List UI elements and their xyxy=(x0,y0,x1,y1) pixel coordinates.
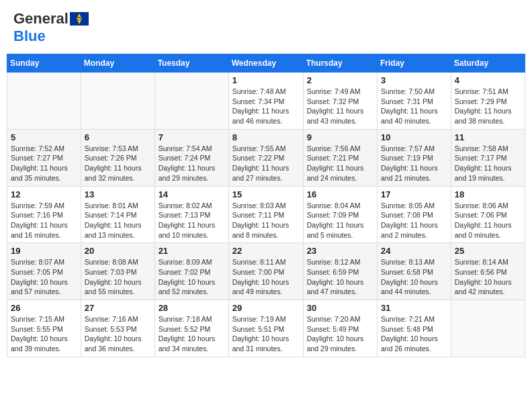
day-number: 3 xyxy=(381,75,447,85)
calendar-cell: 10Sunrise: 7:57 AM Sunset: 7:19 PM Dayli… xyxy=(378,129,451,186)
logo-general-text: General xyxy=(13,10,69,28)
day-number: 5 xyxy=(11,132,77,142)
day-info: Sunrise: 7:57 AM Sunset: 7:19 PM Dayligh… xyxy=(381,144,447,183)
day-info: Sunrise: 7:59 AM Sunset: 7:16 PM Dayligh… xyxy=(11,201,77,240)
calendar-cell: 11Sunrise: 7:58 AM Sunset: 7:17 PM Dayli… xyxy=(451,129,525,186)
calendar-cell: 13Sunrise: 8:01 AM Sunset: 7:14 PM Dayli… xyxy=(81,186,154,243)
calendar-week-row: 19Sunrise: 8:07 AM Sunset: 7:05 PM Dayli… xyxy=(7,243,525,300)
calendar-week-row: 26Sunrise: 7:15 AM Sunset: 5:55 PM Dayli… xyxy=(7,300,525,357)
calendar-week-row: 12Sunrise: 7:59 AM Sunset: 7:16 PM Dayli… xyxy=(7,186,525,243)
calendar-cell: 7Sunrise: 7:54 AM Sunset: 7:24 PM Daylig… xyxy=(154,129,228,186)
calendar-cell: 3Sunrise: 7:50 AM Sunset: 7:31 PM Daylig… xyxy=(378,73,451,130)
day-info: Sunrise: 7:21 AM Sunset: 5:48 PM Dayligh… xyxy=(381,314,447,354)
calendar-cell: 25Sunrise: 8:14 AM Sunset: 6:56 PM Dayli… xyxy=(451,243,525,300)
calendar-cell: 8Sunrise: 7:55 AM Sunset: 7:22 PM Daylig… xyxy=(228,129,303,186)
calendar-cell: 18Sunrise: 8:06 AM Sunset: 7:06 PM Dayli… xyxy=(451,186,525,243)
day-number: 17 xyxy=(381,189,447,199)
day-number: 29 xyxy=(232,303,300,313)
day-info: Sunrise: 8:06 AM Sunset: 7:06 PM Dayligh… xyxy=(455,201,521,240)
day-number: 24 xyxy=(381,246,447,256)
day-number: 4 xyxy=(455,75,521,85)
logo: General Blue xyxy=(13,10,89,45)
day-info: Sunrise: 7:20 AM Sunset: 5:49 PM Dayligh… xyxy=(307,314,373,354)
weekday-header: Friday xyxy=(378,54,451,73)
day-number: 26 xyxy=(11,303,77,313)
page-header: General Blue xyxy=(7,7,525,48)
day-info: Sunrise: 8:02 AM Sunset: 7:13 PM Dayligh… xyxy=(159,201,225,240)
day-number: 19 xyxy=(11,246,77,256)
day-info: Sunrise: 7:48 AM Sunset: 7:34 PM Dayligh… xyxy=(232,87,300,126)
calendar-header-row: SundayMondayTuesdayWednesdayThursdayFrid… xyxy=(7,54,525,73)
day-number: 21 xyxy=(159,246,225,256)
day-number: 28 xyxy=(159,303,225,313)
day-number: 1 xyxy=(232,75,300,85)
day-number: 30 xyxy=(307,303,373,313)
day-info: Sunrise: 8:04 AM Sunset: 7:09 PM Dayligh… xyxy=(307,201,373,240)
day-info: Sunrise: 8:13 AM Sunset: 6:58 PM Dayligh… xyxy=(381,257,447,297)
calendar-cell: 20Sunrise: 8:08 AM Sunset: 7:03 PM Dayli… xyxy=(81,243,154,300)
calendar-cell: 1Sunrise: 7:48 AM Sunset: 7:34 PM Daylig… xyxy=(228,73,303,130)
day-number: 9 xyxy=(307,132,373,142)
day-info: Sunrise: 7:56 AM Sunset: 7:21 PM Dayligh… xyxy=(307,144,373,183)
day-info: Sunrise: 8:14 AM Sunset: 6:56 PM Dayligh… xyxy=(455,257,521,297)
calendar-cell xyxy=(451,300,525,357)
weekday-header: Monday xyxy=(81,54,154,73)
day-number: 10 xyxy=(381,132,447,142)
calendar-cell: 15Sunrise: 8:03 AM Sunset: 7:11 PM Dayli… xyxy=(228,186,303,243)
calendar-cell: 29Sunrise: 7:19 AM Sunset: 5:51 PM Dayli… xyxy=(228,300,303,357)
weekday-header: Wednesday xyxy=(228,54,303,73)
weekday-header: Sunday xyxy=(7,54,81,73)
calendar-cell: 12Sunrise: 7:59 AM Sunset: 7:16 PM Dayli… xyxy=(7,186,81,243)
calendar-cell xyxy=(81,73,154,130)
day-info: Sunrise: 7:16 AM Sunset: 5:53 PM Dayligh… xyxy=(85,314,151,354)
calendar-cell xyxy=(154,73,228,130)
calendar-cell: 6Sunrise: 7:53 AM Sunset: 7:26 PM Daylig… xyxy=(81,129,154,186)
day-number: 12 xyxy=(11,189,77,199)
weekday-header: Saturday xyxy=(451,54,525,73)
day-number: 11 xyxy=(455,132,521,142)
calendar-cell xyxy=(7,73,81,130)
calendar-cell: 5Sunrise: 7:52 AM Sunset: 7:27 PM Daylig… xyxy=(7,129,81,186)
day-info: Sunrise: 8:05 AM Sunset: 7:08 PM Dayligh… xyxy=(381,201,447,240)
calendar-cell: 31Sunrise: 7:21 AM Sunset: 5:48 PM Dayli… xyxy=(378,300,451,357)
day-number: 14 xyxy=(159,189,225,199)
day-number: 25 xyxy=(455,246,521,256)
day-info: Sunrise: 7:18 AM Sunset: 5:52 PM Dayligh… xyxy=(159,314,225,354)
calendar-cell: 30Sunrise: 7:20 AM Sunset: 5:49 PM Dayli… xyxy=(303,300,377,357)
day-number: 6 xyxy=(85,132,151,142)
day-number: 31 xyxy=(381,303,447,313)
day-number: 18 xyxy=(455,189,521,199)
day-number: 20 xyxy=(85,246,151,256)
day-info: Sunrise: 7:19 AM Sunset: 5:51 PM Dayligh… xyxy=(232,314,300,354)
day-info: Sunrise: 7:55 AM Sunset: 7:22 PM Dayligh… xyxy=(232,144,300,183)
calendar-cell: 28Sunrise: 7:18 AM Sunset: 5:52 PM Dayli… xyxy=(154,300,228,357)
day-info: Sunrise: 8:08 AM Sunset: 7:03 PM Dayligh… xyxy=(85,257,151,297)
calendar-cell: 9Sunrise: 7:56 AM Sunset: 7:21 PM Daylig… xyxy=(303,129,377,186)
day-info: Sunrise: 7:50 AM Sunset: 7:31 PM Dayligh… xyxy=(381,87,447,126)
day-info: Sunrise: 7:53 AM Sunset: 7:26 PM Dayligh… xyxy=(85,144,151,183)
day-info: Sunrise: 7:49 AM Sunset: 7:32 PM Dayligh… xyxy=(307,87,373,126)
calendar-cell: 21Sunrise: 8:09 AM Sunset: 7:02 PM Dayli… xyxy=(154,243,228,300)
day-info: Sunrise: 7:52 AM Sunset: 7:27 PM Dayligh… xyxy=(11,144,77,183)
day-number: 16 xyxy=(307,189,373,199)
day-number: 8 xyxy=(232,132,300,142)
calendar-week-row: 5Sunrise: 7:52 AM Sunset: 7:27 PM Daylig… xyxy=(7,129,525,186)
day-info: Sunrise: 7:54 AM Sunset: 7:24 PM Dayligh… xyxy=(159,144,225,183)
day-number: 27 xyxy=(85,303,151,313)
day-info: Sunrise: 7:15 AM Sunset: 5:55 PM Dayligh… xyxy=(11,314,77,354)
calendar-cell: 27Sunrise: 7:16 AM Sunset: 5:53 PM Dayli… xyxy=(81,300,154,357)
calendar-cell: 26Sunrise: 7:15 AM Sunset: 5:55 PM Dayli… xyxy=(7,300,81,357)
calendar-cell: 16Sunrise: 8:04 AM Sunset: 7:09 PM Dayli… xyxy=(303,186,377,243)
day-info: Sunrise: 8:09 AM Sunset: 7:02 PM Dayligh… xyxy=(159,257,225,297)
weekday-header: Thursday xyxy=(303,54,377,73)
day-info: Sunrise: 8:01 AM Sunset: 7:14 PM Dayligh… xyxy=(85,201,151,240)
calendar-cell: 17Sunrise: 8:05 AM Sunset: 7:08 PM Dayli… xyxy=(378,186,451,243)
day-info: Sunrise: 8:03 AM Sunset: 7:11 PM Dayligh… xyxy=(232,201,300,240)
day-info: Sunrise: 8:07 AM Sunset: 7:05 PM Dayligh… xyxy=(11,257,77,297)
day-info: Sunrise: 7:51 AM Sunset: 7:29 PM Dayligh… xyxy=(455,87,521,126)
logo-flag-icon xyxy=(70,12,89,26)
day-info: Sunrise: 8:11 AM Sunset: 7:00 PM Dayligh… xyxy=(232,257,300,297)
calendar-cell: 14Sunrise: 8:02 AM Sunset: 7:13 PM Dayli… xyxy=(154,186,228,243)
day-info: Sunrise: 7:58 AM Sunset: 7:17 PM Dayligh… xyxy=(455,144,521,183)
calendar-cell: 19Sunrise: 8:07 AM Sunset: 7:05 PM Dayli… xyxy=(7,243,81,300)
